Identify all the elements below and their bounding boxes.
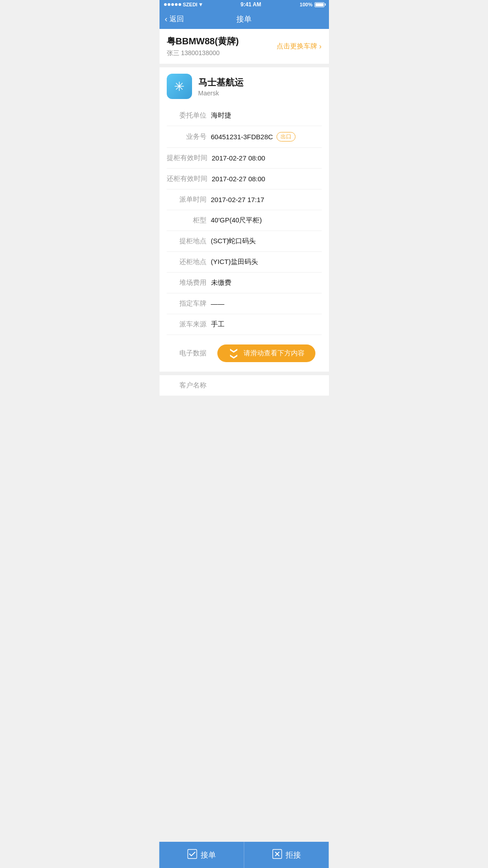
company-logo: ✳ [167, 74, 192, 99]
detail-value: 40'GP(40尺平柜) [211, 216, 322, 225]
detail-label: 派车来源 [167, 320, 206, 329]
detail-label: 委托单位 [167, 111, 206, 120]
maersk-star-icon: ✳ [174, 79, 184, 94]
detail-row: 柜型40'GP(40尺平柜) [167, 210, 322, 231]
detail-label: 堆场费用 [167, 278, 206, 287]
carrier-label: SZEDI [183, 2, 197, 7]
detail-label: 电子数据 [167, 349, 206, 358]
dispatch-note-value: ❯❯请滑动查看下方内容 [211, 341, 322, 366]
detail-row: 指定车牌—— [167, 293, 322, 314]
detail-value: 手工 [211, 320, 322, 329]
detail-row: 派单时间2017-02-27 17:17 [167, 189, 322, 210]
company-names: 马士基航运 Maersk [198, 76, 244, 97]
status-bar: SZEDI ▾ 9:41 AM 100% [160, 0, 329, 9]
detail-label: 提柜有效时间 [167, 154, 207, 162]
detail-label: 柜型 [167, 216, 206, 225]
vehicle-info: 粤BBMW88(黄牌) 张三 13800138000 [167, 35, 239, 57]
scroll-hint-text: 请滑动查看下方内容 [244, 349, 305, 358]
detail-row: 还柜有效时间2017-02-27 08:00 [167, 169, 322, 189]
detail-row: 堆场费用未缴费 [167, 273, 322, 293]
wifi-icon: ▾ [199, 1, 202, 8]
export-badge: 出口 [277, 132, 296, 142]
status-time: 9:41 AM [240, 1, 261, 8]
change-plate-button[interactable]: 点击更换车牌 › [277, 42, 321, 51]
detail-row: 派车来源手工 [167, 314, 322, 335]
scroll-hint-icon: ❯❯ [230, 348, 238, 359]
detail-label: 指定车牌 [167, 299, 206, 308]
detail-row: 电子数据❯❯请滑动查看下方内容 [167, 335, 322, 372]
partial-row: 客户名称 [160, 375, 329, 396]
vehicle-section: 粤BBMW88(黄牌) 张三 13800138000 点击更换车牌 › [160, 29, 329, 64]
detail-label: 提柜地点 [167, 237, 206, 245]
back-button[interactable]: ‹ 返回 [165, 14, 184, 24]
detail-value: 未缴费 [211, 278, 322, 287]
company-name-en: Maersk [198, 90, 244, 97]
change-plate-label: 点击更换车牌 [277, 42, 317, 51]
detail-row: 还柜地点(YICT)盐田码头 [167, 252, 322, 273]
detail-value: 2017-02-27 08:00 [212, 154, 322, 162]
vehicle-owner: 张三 13800138000 [167, 49, 239, 57]
signal-dots [164, 3, 181, 6]
status-left: SZEDI ▾ [164, 1, 202, 8]
back-chevron-icon: ‹ [165, 14, 168, 24]
company-name-cn: 马士基航运 [198, 76, 244, 89]
status-right: 100% [300, 2, 324, 7]
details-section: 委托单位海时捷业务号60451231-3FDB28C出口提柜有效时间2017-0… [160, 105, 329, 372]
change-plate-chevron-icon: › [319, 42, 321, 51]
vehicle-plate: 粤BBMW88(黄牌) [167, 35, 239, 47]
page-title: 接单 [236, 14, 252, 24]
company-section: ✳ 马士基航运 Maersk [160, 67, 329, 105]
detail-row: 提柜有效时间2017-02-27 08:00 [167, 148, 322, 169]
detail-value: (SCT)蛇口码头 [211, 237, 322, 245]
battery-icon [314, 2, 324, 7]
content: 粤BBMW88(黄牌) 张三 13800138000 点击更换车牌 › ✳ 马士… [160, 29, 329, 423]
detail-value: 海时捷 [211, 111, 322, 120]
detail-label: 业务号 [167, 132, 206, 141]
detail-value: (YICT)盐田码头 [211, 258, 322, 266]
detail-value: —— [211, 300, 322, 307]
battery-percent: 100% [300, 2, 312, 7]
scroll-hint-button[interactable]: ❯❯请滑动查看下方内容 [217, 344, 315, 362]
detail-row: 业务号60451231-3FDB28C出口 [167, 126, 322, 148]
detail-row: 提柜地点(SCT)蛇口码头 [167, 231, 322, 252]
back-label: 返回 [169, 14, 184, 24]
detail-label: 派单时间 [167, 195, 206, 204]
detail-label: 还柜有效时间 [167, 175, 207, 183]
detail-value: 2017-02-27 17:17 [211, 196, 322, 203]
detail-label: 还柜地点 [167, 258, 206, 266]
detail-row: 委托单位海时捷 [167, 105, 322, 126]
detail-value: 60451231-3FDB28C出口 [211, 132, 322, 142]
partial-label: 客户名称 [167, 381, 206, 390]
header: ‹ 返回 接单 [160, 9, 329, 29]
detail-value: 2017-02-27 08:00 [212, 175, 322, 183]
